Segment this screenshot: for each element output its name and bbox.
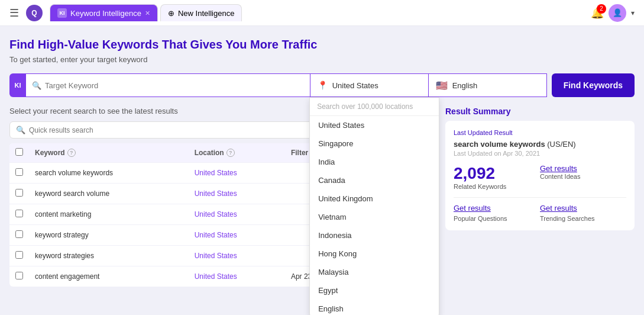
row-keyword: content marketing bbox=[29, 204, 189, 225]
dropdown-item-egypt[interactable]: Egypt bbox=[310, 281, 439, 300]
row-keyword: keyword strategies bbox=[29, 246, 189, 266]
row-location: United States bbox=[189, 225, 285, 246]
stat-label: Related Keywords bbox=[454, 183, 540, 190]
popular-questions-label: Popular Questions bbox=[454, 215, 540, 222]
dropdown-search-hint: Search over 100,000 locations bbox=[310, 98, 439, 116]
result-keyword-text: search volume keywords (US/EN) bbox=[454, 140, 626, 149]
find-keywords-button[interactable]: Find Keywords bbox=[552, 73, 635, 97]
keyword-input-wrap: 🔍 bbox=[26, 73, 310, 97]
trending-searches-link[interactable]: Get results bbox=[540, 204, 626, 213]
new-tab-plus-icon: ⊕ bbox=[168, 9, 174, 18]
result-stats: 2,092 Related Keywords Get results Conte… bbox=[454, 164, 626, 190]
main-content: Find High-Value Keywords That Gives You … bbox=[0, 26, 644, 315]
close-icon[interactable]: ✕ bbox=[145, 9, 150, 17]
row-checkbox[interactable] bbox=[15, 168, 23, 176]
ki-badge: KI bbox=[9, 73, 26, 97]
row-keyword: content engagement bbox=[29, 266, 189, 287]
dropdown-item-indonesia[interactable]: Indonesia bbox=[310, 226, 439, 245]
table-search-icon: 🔍 bbox=[16, 126, 25, 134]
chevron-down-icon[interactable]: ▾ bbox=[631, 9, 635, 17]
trending-searches-block: Get results Trending Searches bbox=[540, 204, 626, 222]
location-select-wrap: 📍 United States Search over 100,000 loca… bbox=[310, 73, 429, 97]
location-col-label: Location bbox=[195, 149, 224, 157]
dropdown-item-united-states[interactable]: United States bbox=[310, 116, 439, 134]
tab-new-label: New Intelligence bbox=[178, 9, 234, 18]
content-ideas-link[interactable]: Get results bbox=[540, 164, 626, 173]
row-keyword: keyword strategy bbox=[29, 225, 189, 246]
row-keyword: keyword search volume bbox=[29, 184, 189, 204]
select-all-checkbox[interactable] bbox=[15, 148, 23, 156]
row-checkbox[interactable] bbox=[15, 210, 23, 217]
row-location: United States bbox=[189, 246, 285, 266]
location-info-icon: ? bbox=[226, 149, 235, 157]
top-navigation: ☰ Q KI Keyword Intelligence ✕ ⊕ New Inte… bbox=[0, 0, 644, 26]
row-location: United States bbox=[189, 163, 285, 184]
dropdown-item-singapore[interactable]: Singapore bbox=[310, 134, 439, 153]
user-avatar[interactable]: 👤 bbox=[609, 4, 626, 22]
row-location: United States bbox=[189, 266, 285, 287]
dropdown-item-canada[interactable]: Canada bbox=[310, 171, 439, 189]
search-bar: KI 🔍 📍 United States Search over 100,000… bbox=[9, 73, 635, 97]
tab-bar: KI Keyword Intelligence ✕ ⊕ New Intellig… bbox=[50, 4, 584, 21]
search-icon: 🔍 bbox=[32, 81, 41, 90]
language-value: English bbox=[452, 81, 478, 90]
dropdown-item-malaysia[interactable]: Malaysia bbox=[310, 263, 439, 281]
stat-number: 2,092 bbox=[454, 164, 540, 183]
keyword-input[interactable] bbox=[45, 81, 304, 90]
popular-questions-block: Get results Popular Questions bbox=[454, 204, 540, 222]
result-region: (US/EN) bbox=[547, 140, 575, 149]
dropdown-item-india[interactable]: India bbox=[310, 153, 439, 171]
popular-questions-link[interactable]: Get results bbox=[454, 204, 540, 213]
tab-ki-icon: KI bbox=[57, 8, 67, 18]
header-keyword: Keyword ? bbox=[29, 143, 189, 163]
row-keyword: search volume keywords bbox=[29, 163, 189, 184]
stat-content-ideas: Get results Content Ideas bbox=[540, 164, 626, 190]
result-summary-title: Result Summary bbox=[445, 107, 635, 116]
nav-right-section: 🔔 2 👤 ▾ bbox=[591, 4, 635, 22]
right-panel: Result Summary Last Updated Result searc… bbox=[445, 107, 635, 287]
app-logo: Q bbox=[26, 5, 43, 21]
location-dropdown: Search over 100,000 locations United Sta… bbox=[309, 97, 439, 315]
tab-ki-label: Keyword Intelligence bbox=[70, 9, 141, 18]
dropdown-item-hong-kong[interactable]: Hong Kong bbox=[310, 245, 439, 263]
row-location: United States bbox=[189, 184, 285, 204]
notification-bell-icon[interactable]: 🔔 2 bbox=[591, 7, 604, 20]
header-location: Location ? bbox=[189, 143, 285, 163]
row-checkbox[interactable] bbox=[15, 189, 23, 197]
page-title: Find High-Value Keywords That Gives You … bbox=[9, 38, 635, 52]
result-card: Last Updated Result search volume keywor… bbox=[445, 121, 635, 230]
result-date: Last Updated on Apr 30, 2021 bbox=[454, 150, 626, 157]
location-select-button[interactable]: 📍 United States bbox=[310, 73, 429, 97]
keyword-info-icon: ? bbox=[67, 149, 76, 157]
last-updated-label: Last Updated Result bbox=[454, 129, 626, 136]
dropdown-item-vietnam[interactable]: Vietnam bbox=[310, 208, 439, 226]
dropdown-item-united-kingdom[interactable]: United Kingdom bbox=[310, 189, 439, 208]
trending-searches-label: Trending Searches bbox=[540, 215, 626, 222]
header-checkbox-cell bbox=[9, 143, 29, 163]
tab-keyword-intelligence[interactable]: KI Keyword Intelligence ✕ bbox=[50, 4, 158, 21]
row-checkbox[interactable] bbox=[15, 251, 23, 259]
language-select-button[interactable]: 🇺🇸 English bbox=[429, 73, 547, 97]
dropdown-item-english[interactable]: English bbox=[310, 300, 439, 315]
content-ideas-label: Content Ideas bbox=[540, 173, 626, 180]
stat-related-keywords: 2,092 Related Keywords bbox=[454, 164, 540, 190]
row-checkbox[interactable] bbox=[15, 272, 23, 279]
location-value: United States bbox=[332, 81, 378, 90]
card-divider bbox=[454, 197, 626, 198]
language-flag-icon: 🇺🇸 bbox=[436, 80, 448, 91]
page-subtitle: To get started, enter your target keywor… bbox=[9, 55, 635, 64]
result-links: Get results Popular Questions Get result… bbox=[454, 204, 626, 222]
row-location: United States bbox=[189, 204, 285, 225]
keyword-col-label: Keyword bbox=[35, 149, 65, 157]
notification-badge: 2 bbox=[597, 4, 606, 14]
hamburger-icon[interactable]: ☰ bbox=[9, 7, 19, 20]
location-pin-icon: 📍 bbox=[318, 81, 328, 90]
tab-new-intelligence[interactable]: ⊕ New Intelligence bbox=[160, 4, 242, 21]
row-checkbox[interactable] bbox=[15, 230, 23, 238]
